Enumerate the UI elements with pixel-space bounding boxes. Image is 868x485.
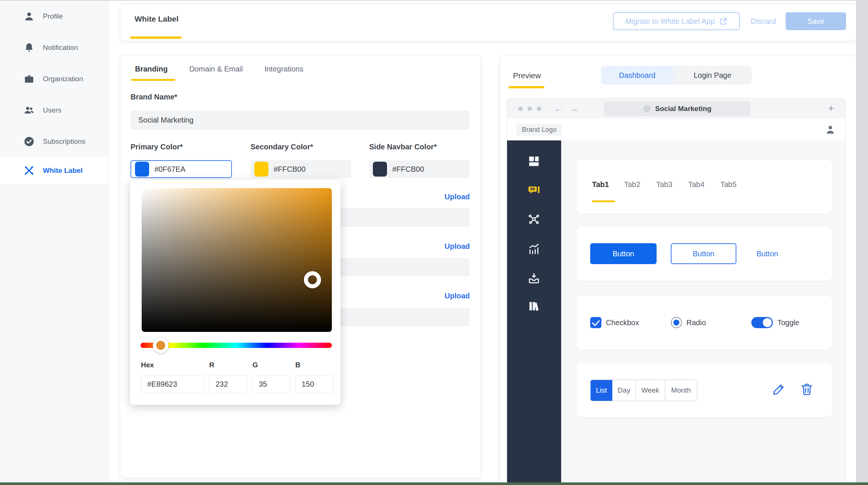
user-avatar-icon[interactable] [825,124,836,135]
preview-tab-row: Tab1 Tab2 Tab3 Tab4 Tab5 [592,180,738,189]
b-label: B [295,361,301,369]
preview-outline-button[interactable]: Button [671,243,736,264]
saturation-value-area[interactable] [142,188,332,332]
preview-content-area: Tab1 Tab2 Tab3 Tab4 Tab5 Button Button B… [561,140,845,483]
chat-compose-icon[interactable] [528,184,540,197]
person-icon [23,11,35,22]
sidebar-item-profile[interactable]: Profile [0,1,108,32]
window-dot-icon [518,107,523,111]
inbox-download-icon[interactable] [528,272,540,285]
hue-thumb-color [156,341,165,350]
segment-month[interactable]: Month [665,380,697,401]
brand-logo-placeholder: Brand Logo [516,124,562,136]
sidebar-item-label: Profile [43,12,63,20]
page-header-card: White Label Migrate to White Label App D… [120,4,856,41]
discard-button[interactable]: Discard [748,12,779,30]
segment-day[interactable]: Day [612,380,635,401]
sidebar-item-users[interactable]: Users [0,95,108,126]
r-label: R [209,361,214,369]
browser-tab[interactable]: Social Marketing [604,101,751,116]
preview-radio[interactable] [671,317,682,328]
sidebar-item-label: Subscriptions [43,137,85,146]
briefcase-icon [23,73,35,85]
primary-color-swatch [135,162,149,177]
primary-color-label: Primary Color* [130,143,183,151]
bell-icon [23,42,35,53]
preview-tab-3[interactable]: Tab3 [656,180,674,189]
save-button[interactable]: Save [786,12,846,30]
analytics-chart-icon[interactable] [528,242,540,255]
segment-list[interactable]: List [591,380,612,401]
g-label: G [252,361,258,369]
tab-domain-email[interactable]: Domain & Email [189,65,243,73]
new-tab-plus-icon[interactable]: + [825,102,837,114]
calendar-view-segmented: List Day Week Month [590,380,697,401]
delete-trash-icon[interactable] [799,382,814,397]
edit-pencil-icon[interactable] [771,382,786,397]
preview-tab-1[interactable]: Tab1 [592,180,610,189]
sidebar-item-notification[interactable]: Notification [0,32,108,63]
brand-name-input[interactable]: Social Marketing [130,111,470,130]
tab-branding[interactable]: Branding [135,65,168,73]
hue-slider[interactable] [141,343,332,348]
secondary-color-swatch [254,162,268,177]
preview-toggle[interactable] [751,317,773,328]
active-tab-underline [592,200,615,202]
preview-mode-dashboard[interactable]: Dashboard [601,66,673,85]
hex-input[interactable]: #E89623 [141,375,204,393]
side-navbar-color-label: Side Navbar Color* [369,143,437,151]
active-tab-underline [131,79,175,81]
preview-buttons-card: Button Button Button [576,227,832,281]
active-tab-underline [130,37,182,39]
sidebar-item-subscriptions[interactable]: Subscriptions [0,126,108,157]
dashboard-grid-icon[interactable] [528,155,540,168]
primary-color-field[interactable]: #0F67EA [130,160,232,178]
preview-tab-4[interactable]: Tab4 [688,180,706,189]
side-navbar-color-value: #FFCB00 [392,165,424,174]
network-hub-icon[interactable] [528,213,540,226]
users-icon [23,105,35,116]
library-books-icon[interactable] [528,300,540,313]
preview-app-header: Brand Logo [507,119,845,141]
color-picker-popover: Hex R G B #E89623 232 35 150 [130,180,340,405]
preview-mode-toggle: Dashboard Login Page [601,66,752,85]
sidebar-item-label: Notification [43,44,78,52]
check-circle-icon [23,136,35,147]
preview-title: Preview [513,71,541,80]
side-navbar-color-field[interactable]: #FFCB00 [369,160,470,178]
preview-tab-5[interactable]: Tab5 [720,180,738,189]
secondary-color-field[interactable]: #FFCB00 [251,160,351,178]
b-input[interactable]: 150 [295,375,333,393]
hue-slider-thumb[interactable] [153,337,169,353]
sidebar-item-organization[interactable]: Organization [0,63,108,95]
window-dot-icon [528,107,532,111]
preview-side-navbar [507,140,561,483]
preview-text-button[interactable]: Button [749,243,786,264]
secondary-color-value: #FFCB00 [274,165,306,174]
preview-tab-2[interactable]: Tab2 [624,180,642,189]
external-link-icon [719,17,727,25]
hex-label: Hex [141,361,154,369]
window-dot-icon [537,107,541,111]
tab-integrations[interactable]: Integrations [264,65,304,73]
preview-tabs-card: Tab1 Tab2 Tab3 Tab4 Tab5 [576,159,832,213]
sidebar-item-white-label[interactable]: White Label [0,157,108,184]
back-arrow-icon[interactable]: ← [554,103,563,114]
preview-title-underline [509,86,544,88]
preview-mode-login-page[interactable]: Login Page [673,66,752,85]
brand-name-value: Social Marketing [138,116,194,124]
segment-week[interactable]: Week [635,380,665,401]
page-tab-white-label[interactable]: White Label [135,15,179,23]
g-input[interactable]: 35 [252,375,290,393]
r-input[interactable]: 232 [209,375,247,393]
sidebar-item-label: Users [43,106,62,114]
primary-color-value: #0F67EA [154,165,185,174]
preview-checkbox[interactable] [590,317,601,328]
forward-arrow-icon[interactable]: → [570,103,579,114]
preview-card: Preview Dashboard Login Page ← → Social … [500,55,856,484]
browser-chrome-bar: ← → Social Marketing + [507,98,845,119]
migrate-white-label-button[interactable]: Migrate to White Label App [613,12,740,30]
color-picker-cursor[interactable] [304,271,321,288]
page-bottom-edge [0,482,868,485]
preview-primary-button[interactable]: Button [590,243,657,264]
